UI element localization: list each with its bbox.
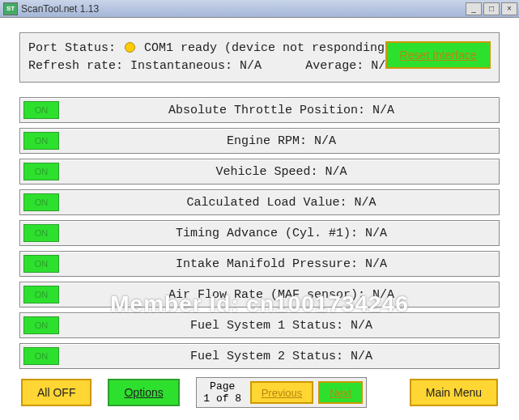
sensor-row: ONFuel System 1 Status: N/A [19,312,500,338]
sensor-value: N/A [351,350,372,363]
previous-label: Previous [262,387,303,399]
sensor-row: ONVehicle Speed: N/A [19,159,500,185]
sensor-value: N/A [351,319,372,333]
sensor-value: N/A [314,134,336,148]
sensor-value: N/A [372,104,394,117]
page-line2: 1 of 8 [200,392,245,405]
sensor-list: ONAbsolute Throttle Position: N/AONEngin… [19,97,500,369]
status-indicator-icon [125,42,135,53]
page-line1: Page [200,380,245,392]
all-off-button[interactable]: All OFF [21,379,91,406]
sensor-toggle-button[interactable]: ON [23,224,59,242]
sensor-toggle-button[interactable]: ON [23,316,59,334]
sensor-label: Calculated Load Value: [186,196,347,210]
sensor-toggle-button[interactable]: ON [23,163,59,180]
sensor-toggle-button[interactable]: ON [23,255,59,273]
sensor-text: Vehicle Speed: N/A [67,165,496,179]
app-logo: ST [3,2,18,15]
sensor-toggle-button[interactable]: ON [23,286,59,303]
minimize-button[interactable]: _ [466,2,482,15]
sensor-label: Intake Manifold Pressure: [176,257,358,271]
bottom-toolbar: All OFF Options Page 1 of 8 Previous Nex… [19,377,500,408]
all-off-label: All OFF [37,386,75,399]
sensor-row: ONTiming Advance (Cyl. #1): N/A [19,220,500,246]
sensor-row: ONCalculated Load Value: N/A [19,189,500,215]
close-button[interactable]: × [501,2,517,15]
sensor-toggle-button[interactable]: ON [23,132,59,150]
sensor-row: ONFuel System 2 Status: N/A [19,343,500,369]
sensor-row: ONAir Flow Rate (MAF sensor): N/A [19,282,500,308]
sensor-row: ONAbsolute Throttle Position: N/A [19,97,500,123]
reset-interface-button[interactable]: Reset Interface [385,41,491,69]
sensor-value: N/A [365,257,387,271]
instantaneous-label: Instantaneous: [130,59,232,73]
next-label: Next [330,387,351,399]
sensor-label: Air Flow Rate (MAF sensor): [168,288,365,302]
pager: Page 1 of 8 Previous Next [196,377,367,408]
window-title: ScanTool.net 1.13 [21,3,464,15]
sensor-value: N/A [325,165,347,179]
sensor-label: Absolute Throttle Position: [168,104,365,117]
refresh-rate-label: Refresh rate: [28,59,123,73]
sensor-value: N/A [372,288,394,302]
options-label: Options [124,386,163,399]
sensor-text: Calculated Load Value: N/A [67,196,496,210]
sensor-text: Fuel System 2 Status: N/A [67,350,496,363]
sensor-toggle-button[interactable]: ON [23,347,59,365]
reset-interface-label: Reset Interface [400,49,477,62]
sensor-value: N/A [355,196,376,210]
sensor-text: Intake Manifold Pressure: N/A [67,257,496,271]
port-status-label: Port Status: [28,41,116,55]
options-button[interactable]: Options [108,379,179,406]
sensor-toggle-button[interactable]: ON [23,101,59,119]
sensor-label: Fuel System 2 Status: [190,350,343,363]
sensor-label: Fuel System 1 Status: [190,319,343,333]
sensor-text: Air Flow Rate (MAF sensor): N/A [67,288,496,302]
titlebar: ST ScanTool.net 1.13 _ □ × [0,0,519,18]
sensor-value: N/A [365,227,387,240]
instantaneous-value: N/A [240,59,262,73]
maximize-button[interactable]: □ [483,2,500,15]
previous-button[interactable]: Previous [250,381,314,404]
sensor-text: Absolute Throttle Position: N/A [67,104,496,117]
sensor-text: Fuel System 1 Status: N/A [67,319,496,333]
main-menu-button[interactable]: Main Menu [410,379,498,406]
main-menu-label: Main Menu [426,386,482,399]
next-button[interactable]: Next [318,381,363,404]
sensor-label: Engine RPM: [227,134,307,148]
page-indicator: Page 1 of 8 [200,380,245,405]
sensor-toggle-button[interactable]: ON [23,193,59,211]
status-panel: Port Status: COM1 ready (device not resp… [19,32,500,83]
average-label: Average: [305,59,364,73]
sensor-row: ONEngine RPM: N/A [19,128,500,154]
sensor-label: Vehicle Speed: [215,165,317,179]
sensor-label: Timing Advance (Cyl. #1): [176,227,358,240]
sensor-text: Timing Advance (Cyl. #1): N/A [67,227,496,240]
sensor-text: Engine RPM: N/A [67,134,496,148]
port-status-value: COM1 ready (device not responding) [144,41,392,55]
sensor-row: ONIntake Manifold Pressure: N/A [19,251,500,277]
